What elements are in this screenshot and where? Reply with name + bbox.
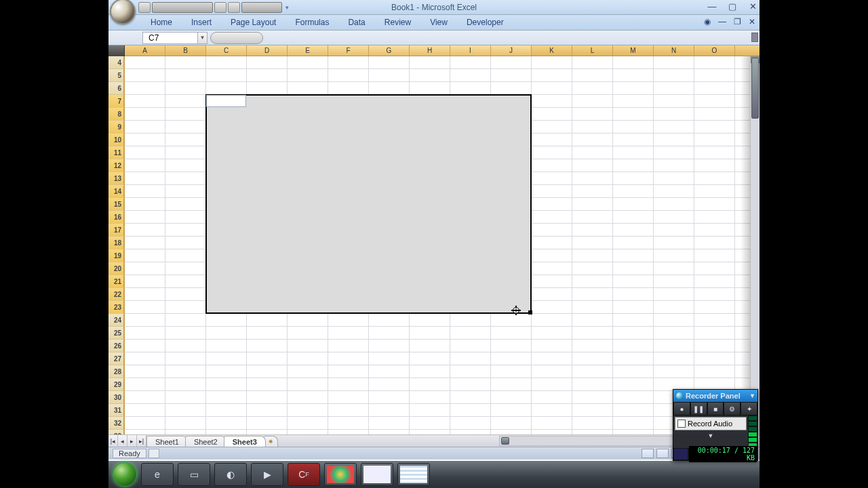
tab-data[interactable]: Data bbox=[338, 15, 374, 30]
sheet-tab-1[interactable]: Sheet1 bbox=[146, 436, 188, 447]
recorder-pause-button[interactable]: ❚❚ bbox=[690, 402, 707, 415]
worksheet-grid[interactable]: 4567891011121314151617181920212223242526… bbox=[108, 56, 760, 434]
recorder-settings-button[interactable]: ⚙ bbox=[724, 402, 741, 415]
recorder-collapse-arrow[interactable]: ▼ bbox=[673, 432, 748, 440]
taskbar-chrome-window[interactable] bbox=[324, 463, 357, 486]
qat-group[interactable] bbox=[152, 2, 213, 13]
sheet-nav-next[interactable]: ▸ bbox=[127, 435, 137, 447]
macro-record-icon[interactable] bbox=[149, 449, 159, 458]
row-header-6[interactable]: 6 bbox=[108, 82, 125, 95]
row-header-23[interactable]: 23 bbox=[108, 301, 125, 314]
taskbar-player-icon[interactable]: ▶ bbox=[251, 463, 283, 486]
taskbar-window-thumb[interactable] bbox=[361, 463, 393, 486]
taskbar-cf-icon[interactable]: CF bbox=[288, 463, 320, 486]
sheet-nav-prev[interactable]: ◂ bbox=[118, 435, 127, 447]
row-header-12[interactable]: 12 bbox=[108, 159, 125, 172]
row-header-4[interactable]: 4 bbox=[108, 56, 125, 69]
tab-formulas[interactable]: Formulas bbox=[285, 15, 338, 30]
tab-review[interactable]: Review bbox=[375, 15, 420, 30]
name-box[interactable]: C7 bbox=[142, 32, 198, 44]
recorder-stop-button[interactable]: ■ bbox=[707, 402, 724, 415]
taskbar-media-icon[interactable]: ◐ bbox=[214, 463, 247, 486]
row-header-18[interactable]: 18 bbox=[108, 237, 125, 249]
row-header-28[interactable]: 28 bbox=[108, 365, 125, 378]
vertical-scroll-thumb[interactable] bbox=[751, 58, 759, 119]
row-header-13[interactable]: 13 bbox=[108, 172, 125, 185]
column-header-A[interactable]: A bbox=[125, 45, 165, 56]
column-header-I[interactable]: I bbox=[450, 45, 491, 56]
row-header-5[interactable]: 5 bbox=[108, 69, 125, 82]
row-header-25[interactable]: 25 bbox=[108, 327, 125, 340]
view-page-layout-button[interactable] bbox=[656, 449, 669, 458]
column-header-L[interactable]: L bbox=[572, 45, 613, 56]
row-header-7[interactable]: 7 bbox=[108, 95, 125, 108]
row-header-20[interactable]: 20 bbox=[108, 262, 125, 275]
formula-bar[interactable] bbox=[210, 32, 263, 44]
mdi-close-button[interactable]: ✕ bbox=[747, 17, 757, 26]
row-header-32[interactable]: 32 bbox=[108, 417, 125, 430]
qat-redo-icon[interactable] bbox=[228, 2, 240, 13]
column-header-F[interactable]: F bbox=[328, 45, 369, 56]
recorder-extra-button[interactable]: ✦ bbox=[741, 402, 757, 415]
vertical-scrollbar[interactable] bbox=[750, 56, 760, 434]
select-all-button[interactable] bbox=[108, 45, 125, 56]
column-header-C[interactable]: C bbox=[206, 45, 247, 56]
mdi-minimize-button[interactable]: — bbox=[717, 17, 727, 26]
row-header-17[interactable]: 17 bbox=[108, 224, 125, 237]
formula-bar-expand[interactable] bbox=[751, 33, 758, 42]
column-header-J[interactable]: J bbox=[491, 45, 532, 56]
recorder-title-bar[interactable]: Recorder Panel ▼ bbox=[673, 390, 757, 402]
column-header-G[interactable]: G bbox=[369, 45, 410, 56]
row-header-26[interactable]: 26 bbox=[108, 340, 125, 352]
start-button[interactable] bbox=[113, 462, 137, 487]
view-normal-button[interactable] bbox=[642, 449, 654, 458]
column-header-N[interactable]: N bbox=[654, 45, 694, 56]
column-header-D[interactable]: D bbox=[247, 45, 288, 56]
sheet-tab-2[interactable]: Sheet2 bbox=[185, 436, 226, 447]
taskbar-explorer-icon[interactable]: ▭ bbox=[178, 463, 210, 486]
tab-insert[interactable]: Insert bbox=[182, 15, 221, 30]
tab-developer[interactable]: Developer bbox=[457, 15, 513, 30]
row-header-27[interactable]: 27 bbox=[108, 352, 125, 365]
row-header-21[interactable]: 21 bbox=[108, 275, 125, 288]
sheet-nav-last[interactable]: ▸| bbox=[137, 435, 146, 447]
recorder-record-button[interactable]: ● bbox=[673, 402, 690, 415]
column-header-K[interactable]: K bbox=[532, 45, 572, 56]
row-header-31[interactable]: 31 bbox=[108, 404, 125, 417]
tab-view[interactable]: View bbox=[420, 15, 457, 30]
row-header-22[interactable]: 22 bbox=[108, 288, 125, 301]
row-header-10[interactable]: 10 bbox=[108, 134, 125, 146]
recorder-speaker-icon[interactable] bbox=[674, 449, 688, 460]
help-icon[interactable]: ◉ bbox=[703, 17, 712, 26]
name-box-dropdown[interactable]: ▼ bbox=[198, 32, 208, 44]
row-header-33[interactable]: 33 bbox=[108, 430, 125, 434]
sheet-tab-3[interactable]: Sheet3 bbox=[224, 436, 266, 447]
maximize-button[interactable]: ▢ bbox=[727, 1, 738, 11]
qat-group-2[interactable] bbox=[241, 2, 282, 13]
recorder-audio-row[interactable]: Record Audio bbox=[675, 417, 747, 430]
row-header-29[interactable]: 29 bbox=[108, 378, 125, 391]
row-header-30[interactable]: 30 bbox=[108, 391, 125, 404]
fill-handle[interactable] bbox=[528, 310, 532, 314]
recorder-panel[interactable]: Recorder Panel ▼ ● ❚❚ ■ ⚙ ✦ Record Audio… bbox=[673, 389, 758, 461]
column-header-E[interactable]: E bbox=[288, 45, 328, 56]
mdi-restore-button[interactable]: ❐ bbox=[732, 17, 742, 26]
taskbar-ie-icon[interactable]: e bbox=[141, 463, 174, 486]
column-header-O[interactable]: O bbox=[694, 45, 735, 56]
recorder-menu-dropdown[interactable]: ▼ bbox=[749, 392, 755, 399]
tab-page-layout[interactable]: Page Layout bbox=[221, 15, 285, 30]
row-header-15[interactable]: 15 bbox=[108, 198, 125, 211]
qat-save-icon[interactable] bbox=[138, 2, 151, 13]
qat-undo-icon[interactable] bbox=[214, 2, 226, 13]
close-button[interactable]: ✕ bbox=[747, 1, 758, 11]
tab-home[interactable]: Home bbox=[141, 15, 182, 30]
qat-customize-dropdown[interactable]: ▾ bbox=[283, 2, 290, 13]
row-header-14[interactable]: 14 bbox=[108, 185, 125, 198]
horizontal-scroll-thumb[interactable] bbox=[501, 437, 509, 445]
row-header-24[interactable]: 24 bbox=[108, 314, 125, 327]
row-header-9[interactable]: 9 bbox=[108, 121, 125, 134]
row-header-11[interactable]: 11 bbox=[108, 146, 125, 159]
record-audio-checkbox[interactable] bbox=[677, 420, 686, 428]
row-header-16[interactable]: 16 bbox=[108, 211, 125, 224]
column-header-B[interactable]: B bbox=[165, 45, 206, 56]
